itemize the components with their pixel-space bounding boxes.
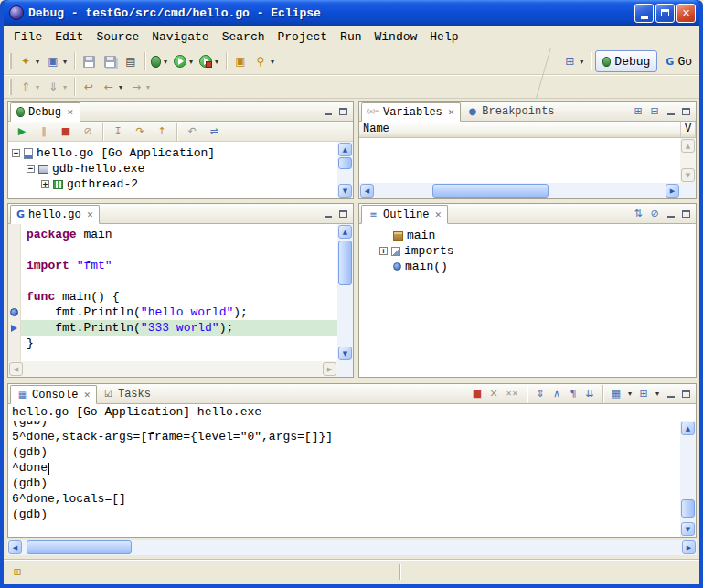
show-output-icon[interactable]: ⇊ [583,388,596,401]
scroll-down-button[interactable]: ▼ [338,347,352,360]
gutter-line[interactable] [8,336,20,351]
tab-tasks[interactable]: ☑ Tasks [97,384,156,403]
dropdown-icon[interactable]: ▾ [213,58,220,66]
outline-item[interactable]: +imports [376,243,696,259]
debug-tree-row[interactable]: −gdb-hello.exe [8,161,337,176]
scroll-left-button[interactable]: ◀ [8,540,22,554]
scrollbar-track[interactable] [375,183,665,198]
terminate-console-icon[interactable]: ■ [471,388,484,401]
remove-launch-icon[interactable]: ✕ [487,388,500,401]
close-button[interactable]: ✕ [676,4,696,23]
close-tab-icon[interactable]: ✕ [83,390,91,400]
perspective-go-button[interactable]: G Go [658,50,699,72]
save-button[interactable] [79,51,99,71]
scroll-right-button[interactable]: ▶ [666,184,679,198]
show-logical-structure-icon[interactable]: ⊞ [632,105,644,118]
code-line[interactable] [21,242,337,258]
gutter-line[interactable] [8,242,20,258]
scroll-left-button[interactable]: ◀ [360,184,374,198]
scroll-up-button[interactable]: ▲ [338,143,352,156]
scrollbar-thumb[interactable] [432,184,549,198]
toolbar-gripper[interactable] [9,79,12,95]
maximize-view-button[interactable] [680,208,692,219]
tab-hello-go[interactable]: G hello.go ✕ [10,205,100,224]
dropdown-icon[interactable]: ▾ [626,390,634,398]
open-console-icon[interactable]: ⊞ [637,388,650,401]
forward-button[interactable]: →▾ [127,77,154,97]
code-line[interactable]: fmt.Println("hello world"); [21,305,337,320]
dropdown-icon[interactable]: ▾ [117,83,124,91]
dropdown-icon[interactable]: ▾ [162,58,169,66]
console-line[interactable]: (gdb) [12,444,680,460]
new-menu-button[interactable]: ▣▾ [44,51,70,71]
filter-icon[interactable]: ⊘ [648,208,661,220]
code-line[interactable]: import "fmt" [21,258,337,273]
editor-code[interactable]: package main import "fmt" func main() { … [21,224,337,361]
close-tab-icon[interactable]: ✕ [448,108,455,117]
debug-tree-scrollbar[interactable]: ▲ ▼ [337,142,353,198]
search-button[interactable]: ⚲▾ [251,51,278,71]
console-line[interactable]: ^done [12,460,680,476]
pin-console-icon[interactable]: ⊼ [550,388,563,401]
prev-annotation-button[interactable]: ⇑▾ [16,77,43,97]
close-tab-icon[interactable]: ✕ [87,210,94,219]
menu-edit[interactable]: Edit [48,28,90,46]
dropdown-icon[interactable]: ▾ [578,58,585,66]
dropdown-icon[interactable]: ▾ [34,83,41,91]
dropdown-icon[interactable]: ▾ [34,58,41,66]
scrollbar-thumb[interactable] [27,540,132,554]
step-over-button[interactable]: ↷ [130,122,150,142]
variables-hscrollbar[interactable]: ◀ ▶ [359,183,680,198]
expander-icon[interactable]: + [379,247,388,255]
run-launch-button[interactable]: ▾ [172,51,197,71]
tab-console[interactable]: ▦ Console ✕ [10,385,97,404]
minimize-view-button[interactable] [665,105,676,117]
save-all-button[interactable] [100,51,120,71]
perspective-debug-button[interactable]: Debug [595,50,657,72]
editor-gutter[interactable] [8,224,21,361]
collapse-all-icon[interactable]: ⊟ [648,105,661,118]
terminate-button[interactable]: ■ [56,122,76,142]
scrollbar-thumb[interactable] [338,241,352,285]
maximize-view-button[interactable] [337,105,349,117]
scroll-right-button[interactable]: ▶ [682,540,696,554]
gutter-line[interactable] [8,305,20,320]
console-line[interactable]: 6^done,locals=[] [12,491,680,507]
maximize-button[interactable] [655,4,675,23]
fast-view-icon[interactable]: ⊞ [11,566,24,579]
expander-icon[interactable]: − [27,165,35,173]
column-value[interactable]: V [681,122,696,138]
expander-icon[interactable]: − [12,149,20,157]
titlebar[interactable]: Debug - testGo/src/cmd/hello.go - Eclips… [4,0,699,26]
menu-run[interactable]: Run [334,28,367,46]
step-return-button[interactable]: ↥ [152,122,172,142]
display-console-icon[interactable]: ▦ [610,388,623,401]
menu-window[interactable]: Window [368,28,424,46]
open-element-button[interactable]: ▣ [230,51,250,71]
gutter-line[interactable] [8,273,20,289]
dropdown-icon[interactable]: ▾ [61,58,69,66]
step-into-button[interactable]: ↧ [108,122,128,142]
bottom-hscrollbar[interactable]: ◀ ▶ [7,540,697,555]
outline-item[interactable]: main() [376,259,696,274]
scroll-up-button[interactable]: ▲ [681,422,695,435]
minimize-view-button[interactable] [665,208,676,219]
tab-debug[interactable]: Debug ✕ [10,102,80,122]
code-line[interactable]: fmt.Println("333 world"); [21,320,337,336]
console-text[interactable]: (gdb)5^done,stack-args=[frame={level="0"… [8,421,680,537]
scrollbar-track[interactable] [337,240,353,346]
new-wizard-button[interactable]: ✦▾ [16,51,43,71]
console-line[interactable]: 5^done,stack-args=[frame={level="0",args… [12,429,680,444]
close-tab-icon[interactable]: ✕ [67,108,74,117]
code-line[interactable]: func main() { [21,289,337,305]
scrollbar-thumb[interactable] [681,499,695,518]
next-annotation-button[interactable]: ⇓▾ [44,77,70,97]
code-line[interactable]: package main [21,227,337,242]
menu-file[interactable]: File [7,28,48,46]
minimize-view-button[interactable] [322,208,334,219]
gutter-line[interactable] [8,227,20,242]
word-wrap-icon[interactable]: ¶ [567,388,580,401]
toolbar-gripper[interactable] [9,53,12,69]
expander-icon[interactable]: + [41,180,49,188]
scroll-down-button[interactable]: ▼ [338,184,352,198]
